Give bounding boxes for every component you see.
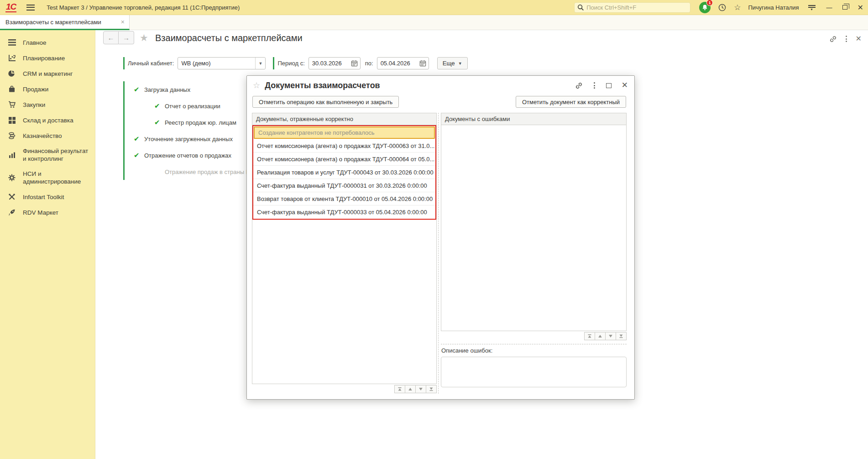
period-from-field	[309, 57, 361, 69]
checklist-item-label: Отражение отчетов о продажах	[144, 152, 231, 159]
period-to-input[interactable]	[381, 60, 414, 67]
sidebar-item-infostart[interactable]: Infostart Toolkit	[0, 189, 95, 205]
correct-documents-panel: Документы, отраженные корректно Создание…	[252, 113, 437, 393]
titlebar: 1С Test Маркет 3 / Управление торговлей,…	[0, 0, 868, 15]
restore-button[interactable]	[842, 5, 847, 10]
sidebar-item-crm[interactable]: CRM и маркетинг	[0, 66, 95, 81]
back-button[interactable]: ←	[103, 31, 119, 44]
page-more-menu-button[interactable]	[845, 35, 848, 43]
sidebar-item-prodazhi[interactable]: Продажи	[0, 81, 95, 97]
current-user[interactable]: Пичугина Наталия	[748, 4, 799, 11]
link-icon	[829, 35, 837, 43]
history-icon	[718, 3, 727, 12]
checklist-item[interactable]: ✔ Отчет о реализации	[154, 98, 262, 114]
checkmark-icon: ✔	[154, 102, 165, 110]
document-row[interactable]: Счет-фактура выданный ТДУТ-0000033 от 05…	[253, 206, 435, 219]
document-row[interactable]: Возврат товаров от клиента ТДУТ-000010 о…	[253, 192, 435, 206]
sidebar-item-planirovanie[interactable]: Планирование	[0, 50, 95, 66]
minimize-button[interactable]: —	[826, 4, 832, 11]
tab-close-icon[interactable]: ×	[121, 19, 125, 25]
checklist-item[interactable]: ✔ Загрузка данных	[134, 81, 262, 98]
go-up-button[interactable]	[595, 332, 606, 340]
forward-button[interactable]: →	[119, 31, 134, 44]
page-close-button[interactable]: ✕	[856, 36, 862, 42]
panel-splitter[interactable]	[438, 113, 439, 394]
operations-checklist: ✔ Загрузка данных ✔ Отчет о реализации ✔…	[123, 81, 262, 180]
checklist-item[interactable]: ✔ Отражение отчетов о продажах	[134, 147, 262, 164]
get-link-button[interactable]	[829, 35, 837, 43]
checklist-item[interactable]: ✔ Уточнение загруженных данных	[134, 131, 262, 147]
more-button-label: Еще	[443, 60, 455, 67]
history-button[interactable]	[718, 3, 727, 12]
search-input[interactable]	[586, 4, 687, 11]
checklist-item[interactable]: ✔ Реестр продаж юр. лицам	[154, 114, 262, 131]
mark-document-correct-button[interactable]: Отметить документ как корректный	[516, 96, 626, 108]
sidebar-item-label: Закупки	[23, 101, 45, 109]
dialog-favorite-star-icon[interactable]: ☆	[253, 80, 260, 90]
checklist-item-label: Отчет о реализации	[165, 103, 220, 110]
dialog-more-menu-button[interactable]	[593, 81, 596, 90]
go-first-button[interactable]	[584, 332, 595, 340]
checklist-item-label: Загрузка данных	[144, 86, 190, 93]
document-row[interactable]: Отчет комиссионера (агента) о продажах Т…	[253, 139, 435, 153]
period-to-label: по:	[365, 60, 373, 67]
page-title: Взаиморасчеты с маркетплейсами	[155, 33, 303, 43]
cabinet-select[interactable]: WB (демо) ▼	[178, 57, 266, 69]
sidebar-item-zakupki[interactable]: Закупки	[0, 97, 95, 112]
sidebar-item-kaznacheystvo[interactable]: Казначейство	[0, 128, 95, 143]
horizontal-splitter[interactable]	[441, 344, 627, 344]
go-last-button[interactable]	[616, 332, 627, 340]
document-row[interactable]: Реализация товаров и услуг ТДУТ-000043 о…	[253, 166, 435, 179]
chevron-down-icon[interactable]: ▼	[255, 58, 265, 69]
main-menu-icon[interactable]	[26, 5, 35, 11]
go-up-button[interactable]	[405, 385, 416, 393]
error-documents-list[interactable]	[441, 125, 627, 331]
correct-documents-list[interactable]: Создание контрагентов не потребовалось О…	[252, 125, 437, 384]
sidebar-item-glavnoe[interactable]: Главное	[0, 35, 95, 50]
sidebar-item-rdv-market[interactable]: RDV Маркет	[0, 205, 95, 220]
sidebar-item-sklad[interactable]: Склад и доставка	[0, 112, 95, 128]
tools-icon	[7, 193, 16, 201]
document-row-current[interactable]: Создание контрагентов не потребовалось	[254, 127, 435, 139]
sidebar-item-nsi[interactable]: НСИ и администрирование	[0, 166, 95, 189]
global-search[interactable]	[574, 2, 690, 13]
sidebar-item-finrezultat[interactable]: Финансовый результат и контроллинг	[0, 143, 95, 166]
more-button[interactable]: Еще ▼	[437, 57, 468, 69]
notifications-button[interactable]: 1	[699, 1, 711, 13]
document-row[interactable]: Отчет комиссионера (агента) о продажах Т…	[253, 153, 435, 166]
checklist-item-label: Уточнение загруженных данных	[144, 136, 233, 142]
document-row[interactable]: Счет-фактура выданный ТДУТ-0000031 от 30…	[253, 179, 435, 192]
page-favorite-star-icon[interactable]: ★	[140, 32, 148, 43]
sidebar-item-label: Склад и доставка	[23, 116, 73, 124]
go-down-button[interactable]	[605, 332, 616, 340]
tab-vzaimoraschety[interactable]: Взаиморасчеты с маркетплейсами ×	[0, 15, 130, 30]
1c-logo-icon: 1С	[5, 2, 16, 12]
close-window-button[interactable]: ✕	[858, 3, 863, 12]
go-down-button[interactable]	[415, 385, 426, 393]
dialog-link-button[interactable]	[575, 82, 583, 90]
dialog-maximize-button[interactable]	[606, 83, 612, 88]
gear-icon	[7, 174, 16, 182]
error-documents-panel: Документы с ошибками Описание ошибок:	[441, 113, 627, 389]
coins-icon	[7, 132, 16, 140]
go-last-button[interactable]	[426, 385, 437, 393]
calendar-button[interactable]	[351, 60, 358, 67]
menu-lines-icon	[7, 38, 16, 47]
planning-chart-icon	[7, 54, 16, 62]
sidebar-item-label: RDV Маркет	[23, 209, 58, 216]
go-first-button[interactable]	[394, 385, 405, 393]
cabinet-label: Личный кабинет:	[128, 60, 174, 67]
checkmark-icon: ✔	[134, 151, 144, 159]
calendar-icon	[351, 60, 358, 67]
highlighted-document-group: Создание контрагентов не потребовалось О…	[252, 125, 436, 220]
error-description-textarea[interactable]	[441, 357, 627, 387]
dialog-close-button[interactable]: ✕	[622, 82, 628, 89]
calendar-button[interactable]	[419, 60, 426, 67]
service-menu-button[interactable]: ▾	[807, 4, 816, 11]
error-description-label: Описание ошибок:	[441, 347, 627, 354]
sidebar-item-label: Планирование	[23, 54, 65, 62]
favorites-star-icon[interactable]: ☆	[734, 3, 741, 12]
period-from-input[interactable]	[312, 60, 346, 67]
mark-operation-done-button[interactable]: Отметить операцию как выполненную и закр…	[252, 96, 399, 108]
bar-chart-icon	[7, 151, 16, 159]
